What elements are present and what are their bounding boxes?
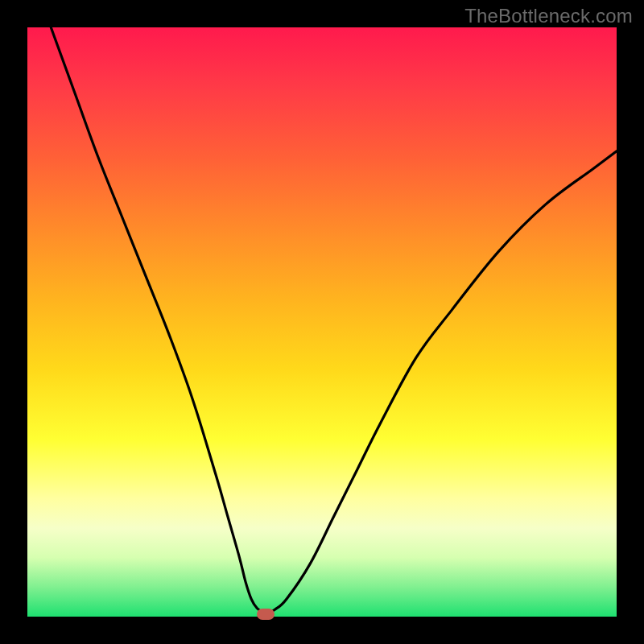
bottleneck-curve xyxy=(51,27,617,613)
chart-frame: TheBottleneck.com xyxy=(0,0,644,644)
watermark-text: TheBottleneck.com xyxy=(464,5,633,27)
plot-area xyxy=(27,27,617,617)
minimum-marker xyxy=(257,609,275,620)
curve-svg xyxy=(27,27,617,617)
